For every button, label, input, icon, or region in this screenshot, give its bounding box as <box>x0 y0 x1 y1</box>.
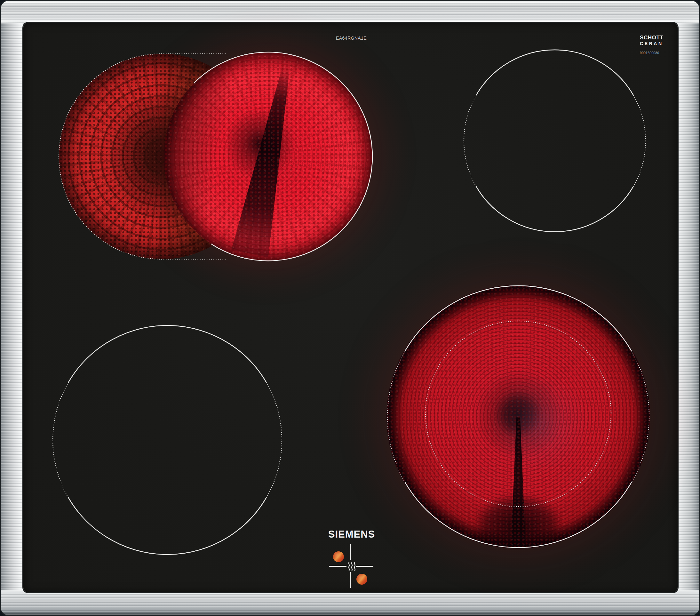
cooktop-photo: EA64RGNA1E SCHOTT CERAN 9001609080 <box>0 0 700 616</box>
frame-right-edge <box>676 1 699 615</box>
heat-waves-icon <box>347 562 357 572</box>
ceramic-glass-surface: EA64RGNA1E SCHOTT CERAN 9001609080 <box>23 23 678 592</box>
zone-front-left-outline <box>50 323 284 557</box>
residual-heat-dot <box>357 574 367 584</box>
brand-logo: SIEMENS <box>328 529 375 540</box>
frame-left-edge <box>1 1 23 615</box>
zone-front-right-outline <box>383 282 653 552</box>
indicator-line-left <box>329 566 347 567</box>
indicator-line-right <box>356 566 373 567</box>
residual-heat-dot <box>333 551 344 562</box>
model-number-label: EA64RGNA1E <box>336 36 367 41</box>
indicator-line-bottom <box>350 572 351 588</box>
indicator-line-top <box>350 544 351 560</box>
ceran-wordmark: CERAN <box>640 41 663 46</box>
zone-back-right-outline <box>461 47 648 234</box>
steel-frame: EA64RGNA1E SCHOTT CERAN 9001609080 <box>0 0 700 616</box>
frame-top-edge <box>1 1 699 23</box>
schott-wordmark: SCHOTT <box>640 35 663 40</box>
frame-bottom-edge <box>1 590 699 615</box>
zone-back-left-outline <box>54 48 380 268</box>
